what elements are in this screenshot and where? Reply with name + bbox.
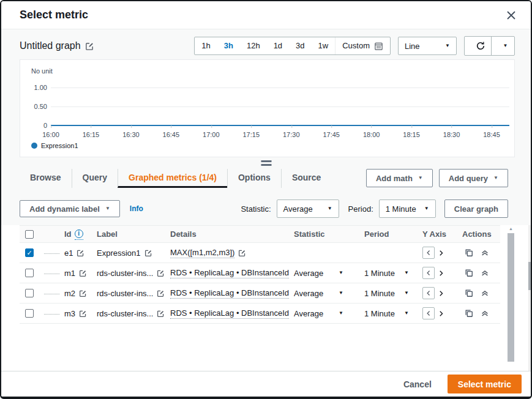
statistic-period-controls: Statistic: Average ▼ Period: 1 Minute ▼ … xyxy=(237,200,508,218)
duplicate-icon[interactable] xyxy=(465,289,473,297)
y-tick-1: 1.00 xyxy=(23,84,47,91)
period-dropdown[interactable]: 1 Minute ▼ xyxy=(359,269,418,278)
cell-details: RDS • ReplicaLag • DBInstanceIde... xyxy=(165,288,289,299)
header-details: Details xyxy=(165,229,289,239)
time-range-custom[interactable]: Custom xyxy=(335,37,390,54)
x-tick: 17:15 xyxy=(242,131,260,138)
color-swatch[interactable] xyxy=(44,293,59,294)
dialog-scrollbar[interactable] xyxy=(528,225,531,372)
edit-icon[interactable] xyxy=(157,289,165,297)
edit-icon[interactable] xyxy=(238,249,246,257)
statistic-dropdown[interactable]: Average ▼ xyxy=(289,289,359,298)
color-swatch[interactable] xyxy=(44,313,59,315)
statistic-dropdown[interactable]: Average ▼ xyxy=(289,309,359,318)
edit-icon[interactable] xyxy=(157,269,165,277)
row-checkbox[interactable]: ✓ xyxy=(25,248,34,257)
statistic-dropdown[interactable]: Average ▼ xyxy=(289,269,359,278)
id-info-icon[interactable]: i xyxy=(75,228,83,240)
details-text[interactable]: RDS • ReplicaLag • DBInstanceIde... xyxy=(170,288,289,299)
cell-details: RDS • ReplicaLag • DBInstanceIde... xyxy=(165,308,289,319)
edit-icon[interactable] xyxy=(79,269,87,277)
clear-graph-button[interactable]: Clear graph xyxy=(444,200,508,218)
move-to-top-icon[interactable] xyxy=(481,269,489,277)
x-tick: 18:00 xyxy=(363,131,380,138)
statistic-select[interactable]: Average ▼ xyxy=(277,200,339,218)
edit-icon[interactable] xyxy=(77,249,84,257)
label-text: Expression1 xyxy=(97,248,141,258)
id-text: m1 xyxy=(64,269,75,278)
time-range-1d[interactable]: 1d xyxy=(267,37,289,54)
cancel-button[interactable]: Cancel xyxy=(403,379,432,389)
table-scrollbar[interactable]: ▲ xyxy=(507,226,515,370)
time-range-3h[interactable]: 3h xyxy=(217,37,240,54)
time-range-12h[interactable]: 12h xyxy=(240,37,267,54)
chevron-down-icon: ▼ xyxy=(503,43,508,48)
scroll-up-icon[interactable]: ▲ xyxy=(507,226,515,232)
resize-handle-icon[interactable] xyxy=(261,160,271,166)
y-axis-left-icon[interactable] xyxy=(422,247,435,259)
details-text[interactable]: RDS • ReplicaLag • DBInstanceIde... xyxy=(170,308,289,319)
move-to-top-icon[interactable] xyxy=(481,309,489,318)
period-dropdown[interactable]: 1 Minute ▼ xyxy=(359,289,418,298)
tab-graphed-metrics[interactable]: Graphed metrics (1/4) xyxy=(118,169,227,188)
row-checkbox[interactable] xyxy=(25,289,34,297)
refresh-button[interactable] xyxy=(465,37,491,55)
edit-icon[interactable] xyxy=(79,289,87,297)
table-row: ✓ e1 Expression1 MAX([m1,m2,m3]) xyxy=(20,243,500,263)
color-swatch[interactable] xyxy=(44,272,59,274)
select-metric-button[interactable]: Select metric xyxy=(448,375,522,393)
duplicate-icon[interactable] xyxy=(465,309,473,318)
y-axis-left-icon[interactable] xyxy=(422,307,435,319)
duplicate-icon[interactable] xyxy=(465,248,473,257)
y-axis-right-icon[interactable] xyxy=(438,310,444,317)
chart-type-select[interactable]: Line ▼ xyxy=(398,37,457,55)
color-swatch[interactable] xyxy=(44,252,59,254)
duplicate-icon[interactable] xyxy=(465,269,473,277)
time-range-3d[interactable]: 3d xyxy=(289,37,311,54)
cell-details: MAX([m1,m2,m3]) xyxy=(165,248,289,258)
y-axis-right-icon[interactable] xyxy=(438,290,444,297)
select-all-checkbox[interactable] xyxy=(25,230,34,239)
details-text[interactable]: RDS • ReplicaLag • DBInstanceIde... xyxy=(170,268,289,278)
close-icon[interactable] xyxy=(505,9,517,21)
time-range-1w[interactable]: 1w xyxy=(312,37,335,54)
info-link[interactable]: Info xyxy=(130,204,143,213)
move-to-top-icon[interactable] xyxy=(481,289,489,297)
tab-query[interactable]: Query xyxy=(72,169,118,188)
refresh-options-button[interactable]: ▼ xyxy=(491,37,514,55)
gridline xyxy=(51,88,509,88)
scrollbar-thumb[interactable] xyxy=(528,262,531,290)
y-axis-right-icon[interactable] xyxy=(438,270,444,277)
tabs-row: Browse Query Graphed metrics (1/4) Optio… xyxy=(20,169,508,192)
y-axis-right-icon[interactable] xyxy=(438,250,444,256)
tabs: Browse Query Graphed metrics (1/4) Optio… xyxy=(20,169,331,188)
id-text: e1 xyxy=(64,248,73,258)
period-dropdown[interactable]: 1 Minute ▼ xyxy=(359,309,418,318)
select-metric-dialog: Select metric Untitled graph 1h 3h 12h 1… xyxy=(0,0,532,399)
chevron-down-icon: ▼ xyxy=(339,291,343,296)
time-range-1h[interactable]: 1h xyxy=(195,37,217,54)
add-dynamic-label-button[interactable]: Add dynamic label ▼ xyxy=(20,200,120,217)
add-math-button[interactable]: Add math ▼ xyxy=(366,169,433,187)
y-axis-left-icon[interactable] xyxy=(422,267,435,279)
y-axis-left-icon[interactable] xyxy=(422,287,435,299)
row-checkbox[interactable] xyxy=(25,309,34,318)
row-checkbox[interactable] xyxy=(25,269,34,277)
x-tick: 16:45 xyxy=(163,131,180,138)
edit-icon[interactable] xyxy=(144,249,152,257)
tab-source[interactable]: Source xyxy=(281,169,331,188)
edit-icon[interactable] xyxy=(157,310,165,318)
edit-icon[interactable] xyxy=(85,42,94,51)
header-id: Id i xyxy=(59,228,92,240)
tab-browse[interactable]: Browse xyxy=(20,169,72,188)
chart-legend[interactable]: Expression1 xyxy=(31,142,78,149)
period-select[interactable]: 1 Minute ▼ xyxy=(379,200,436,218)
details-text[interactable]: MAX([m1,m2,m3]) xyxy=(170,248,234,258)
edit-icon[interactable] xyxy=(79,310,87,318)
series-line-expression1 xyxy=(51,125,509,126)
move-to-top-icon[interactable] xyxy=(481,248,489,257)
tab-options[interactable]: Options xyxy=(227,169,281,188)
cell-id: m3 xyxy=(59,309,92,318)
add-query-button[interactable]: Add query ▼ xyxy=(439,169,508,187)
scrollbar-thumb[interactable] xyxy=(508,233,514,362)
